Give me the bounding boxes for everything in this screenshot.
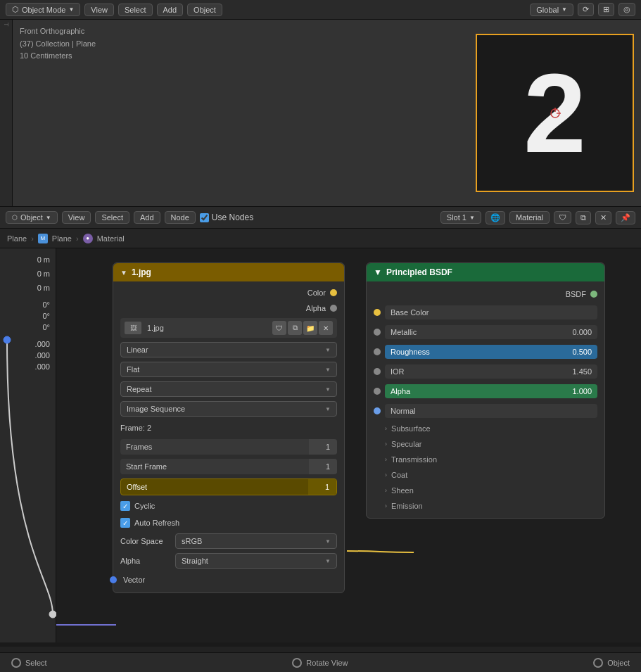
alpha-value: Straight [182, 557, 208, 565]
interpolation-dropdown[interactable]: Linear ▼ [120, 342, 337, 357]
curve-val-1: 0 m [3, 254, 53, 265]
object-mode-button[interactable]: ⬡ Object Mode ▼ [6, 3, 80, 16]
status-object: Object [593, 658, 630, 668]
collapse-icon[interactable]: ▼ [120, 269, 127, 277]
color-space-label: Color Space [120, 537, 170, 545]
pin-icon[interactable]: 📌 [616, 211, 635, 224]
ior-field[interactable]: IOR 1.450 [385, 364, 597, 379]
node-view-menu[interactable]: View [62, 211, 91, 224]
interpolation-row: Linear ▼ [120, 342, 337, 357]
bsdf-title: Principled BSDF [386, 267, 452, 277]
frames-value[interactable]: 1 [309, 439, 337, 455]
image-type-icon: 🖼 [130, 324, 137, 331]
ior-label: IOR [391, 367, 405, 376]
cyclic-checkbox[interactable]: ✓ [120, 501, 130, 511]
projection-dropdown[interactable]: Flat ▼ [120, 362, 337, 377]
curve-visualization [0, 333, 56, 628]
offset-value[interactable]: 1 [308, 479, 336, 495]
subsurface-section[interactable]: › Subsurface [374, 422, 597, 435]
shield-action-btn[interactable]: 🛡 [272, 321, 286, 335]
viewport-area: T Front Orthographic (37) Collection | P… [0, 20, 641, 206]
offset-label: Offset [121, 479, 308, 495]
view-menu[interactable]: View [84, 4, 114, 16]
slot-button[interactable]: Slot 1 ▼ [440, 211, 481, 224]
ior-row: IOR 1.450 [374, 363, 597, 380]
object-cursor-icon [593, 658, 603, 668]
extension-dropdown[interactable]: Repeat ▼ [120, 381, 337, 397]
global-arrow-icon: ▼ [561, 6, 567, 13]
object-status-label: Object [607, 659, 630, 667]
alpha-label: Alpha [120, 557, 170, 565]
grid-icon-btn[interactable]: ⊞ [598, 3, 614, 16]
alpha-row: Alpha Straight ▼ [120, 553, 337, 569]
top-toolbar: ⬡ Object Mode ▼ View Select Add Object G… [0, 0, 641, 20]
overlay-icon-btn[interactable]: ◎ [618, 3, 635, 16]
roughness-socket [374, 348, 381, 355]
bsdf-alpha-field[interactable]: Alpha 1.000 [385, 384, 597, 398]
material-label[interactable]: Material [509, 211, 550, 224]
close-node-icon[interactable]: ✕ [595, 211, 611, 224]
breadcrumb-material: Material [97, 234, 125, 243]
normal-field: Normal [385, 404, 597, 418]
roughness-field[interactable]: Roughness 0.500 [385, 345, 597, 359]
transmission-section[interactable]: › Transmission [374, 453, 597, 466]
folder-action-btn[interactable]: 📁 [303, 321, 317, 335]
offset-field: Offset 1 [120, 478, 337, 495]
sheen-section[interactable]: › Sheen [374, 484, 597, 497]
bsdf-node: ▼ Principled BSDF BSDF Base Color Metall… [366, 262, 605, 519]
close-action-btn[interactable]: ✕ [319, 321, 333, 335]
crosshair-icon [548, 106, 562, 120]
node-node-menu[interactable]: Node [165, 211, 196, 224]
transmission-label: Transmission [391, 455, 437, 464]
metallic-field[interactable]: Metallic 0.000 [385, 325, 597, 339]
source-dropdown[interactable]: Image Sequence ▼ [120, 401, 337, 417]
auto-refresh-label: Auto Refresh [134, 519, 179, 527]
image-select-dropdown[interactable]: 1.jpg [144, 324, 269, 332]
emission-section[interactable]: › Emission [374, 500, 597, 512]
start-frame-value[interactable]: 1 [309, 459, 337, 474]
node-select-menu[interactable]: Select [95, 211, 129, 224]
bsdf-collapse-icon[interactable]: ▼ [374, 267, 382, 277]
base-color-field[interactable]: Base Color [385, 305, 597, 319]
auto-refresh-checkbox[interactable]: ✓ [120, 518, 130, 528]
color-space-dropdown[interactable]: sRGB ▼ [175, 533, 337, 549]
status-select: Select [11, 658, 47, 668]
base-color-socket [374, 309, 381, 316]
global-button[interactable]: Global ▼ [530, 4, 573, 16]
specular-section[interactable]: › Specular [374, 438, 597, 450]
cs-arrow-icon: ▼ [325, 538, 331, 545]
sync-icon-btn[interactable]: ⟳ [578, 3, 594, 16]
specular-label: Specular [391, 440, 421, 448]
svg-point-4 [49, 611, 56, 618]
copy-icon[interactable]: ⧉ [576, 211, 591, 224]
ext-arrow-icon: ▼ [325, 386, 331, 393]
svg-point-3 [4, 336, 11, 343]
use-nodes-checkbox[interactable]: Use Nodes [200, 213, 253, 222]
color-space-wrapper: sRGB ▼ [175, 533, 337, 549]
status-bar: Select Rotate View Object [0, 652, 641, 672]
alpha-dropdown[interactable]: Straight ▼ [175, 553, 337, 569]
node-header: ▼ 1.jpg [113, 263, 344, 281]
scroll-bar[interactable] [0, 647, 641, 652]
copy-action-btn[interactable]: ⧉ [288, 321, 302, 335]
sheen-label: Sheen [391, 486, 414, 495]
metallic-label: Metallic [391, 328, 417, 336]
frame-label: Frame: 2 [120, 421, 337, 435]
material-icon: ● [83, 234, 93, 243]
globe-icon[interactable]: 🌐 [485, 211, 505, 224]
metallic-socket [374, 329, 381, 336]
left-panel: T [0, 20, 13, 206]
select-menu[interactable]: Select [118, 4, 153, 16]
start-frame-field: Start Frame 1 [120, 459, 337, 474]
node-add-menu[interactable]: Add [134, 211, 160, 224]
node-title: 1.jpg [132, 267, 151, 277]
coat-section[interactable]: › Coat [374, 469, 597, 481]
shield-icon[interactable]: 🛡 [554, 211, 571, 224]
view-label: Front Orthographic [20, 25, 96, 38]
node-object-button[interactable]: ⬡ Object ▼ [6, 211, 58, 224]
add-menu[interactable]: Add [157, 4, 184, 16]
object-menu[interactable]: Object [187, 4, 222, 16]
node-toolbar: ⬡ Object ▼ View Select Add Node Use Node… [0, 206, 641, 229]
object-icon: ⬡ [12, 214, 18, 221]
breadcrumb: Plane › M Plane › ● Material [0, 229, 641, 248]
